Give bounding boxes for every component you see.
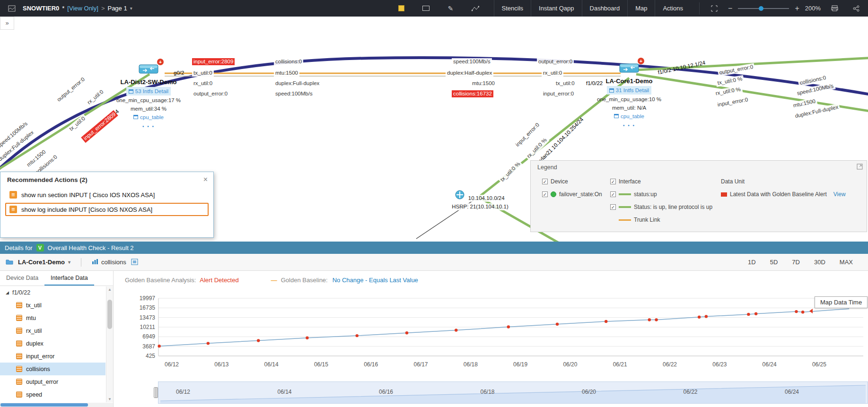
link-label: speed:100Mb/s [452,58,492,65]
svg-text:06/19: 06/19 [513,361,527,368]
menu-instant-qapp[interactable]: Instant Qapp [531,0,581,17]
scroll-up-icon[interactable]: ▲ [106,287,113,292]
status-up-swatch [619,193,631,195]
field-item-mtu[interactable]: mtu [0,312,105,324]
tab-device-data[interactable]: Device Data [0,271,44,286]
range-30d[interactable]: 30D [814,259,825,266]
device-node-la-core1[interactable]: + LA-Core1-Demo 31 Intfs Detail one_min_… [572,61,686,130]
chevron-down-icon: ▾ [68,260,70,265]
alert-badge-icon[interactable]: + [157,59,164,65]
path-icon[interactable] [469,2,482,15]
scrollbar-thumb[interactable] [107,300,112,329]
checkbox[interactable]: ✓ [610,191,616,197]
fit-screen-icon[interactable] [708,2,720,15]
pencil-icon[interactable]: ✎ [445,2,457,15]
table-icon [614,114,619,118]
menu-stencils[interactable]: Stencils [494,0,531,17]
legend-data-unit-column: Data Unit Latest Data with Golden Baseli… [721,178,846,198]
more-options-icon[interactable]: • • • [572,121,686,130]
legend-device-column: ✓Device ✓failover_state:On [542,178,602,198]
map-data-time-marker [809,309,813,313]
recommended-actions-panel: Recommended Actions (2) × ≣show run sect… [0,172,214,238]
svg-text:06/22: 06/22 [663,361,677,368]
svg-text:06/12: 06/12 [165,361,179,368]
svg-text:13473: 13473 [140,314,156,321]
view-link[interactable]: View [833,191,846,198]
navigator-left-handle[interactable] [154,387,158,398]
share-icon[interactable] [850,2,862,15]
note-icon[interactable] [395,2,408,15]
chart-icon [92,259,98,266]
field-item-collisions[interactable]: collisions [0,363,105,375]
data-tree-pane: Device Data Interface Data ◢ f1/0/22 tx_… [0,271,114,407]
menu-map[interactable]: Map [627,0,655,17]
svg-text:425: 425 [146,353,155,359]
recommended-action-item[interactable]: ≣show run section INPUT [ Cisco IOS NXOS… [5,188,209,201]
range-max[interactable]: MAX [840,259,853,266]
page-selector[interactable]: Page 1 [107,5,127,12]
scroll-down-icon[interactable]: ▼ [106,397,113,401]
range-7d[interactable]: 7D [792,259,800,266]
svg-text:16735: 16735 [140,304,156,311]
tree-scrollbar[interactable]: ▲ ▼ [106,286,113,402]
zoom-slider-knob[interactable] [759,6,763,11]
field-label: mtu [26,315,36,321]
subnet-label: 10.104.10.0/24 [467,195,506,202]
tab-interface-data[interactable]: Interface Data [44,271,94,286]
range-1d[interactable]: 1D [748,259,756,266]
baseline-row: Golden Baseline Analysis: Alert Detected… [125,277,418,284]
zoom-out-button[interactable]: − [728,5,732,12]
qapp-badge-icon: V [36,244,44,251]
trunk-link-swatch [619,219,631,221]
device-selector[interactable]: LA-Core1-Demo ▾ [18,259,70,266]
recommended-action-item[interactable]: ≣show log include INPUT [Cisco IOS NXOS … [5,203,209,216]
shape-icon[interactable] [420,2,432,15]
chevron-down-icon[interactable]: ▾ [130,6,132,11]
field-item-rx_util[interactable]: rx_util [0,324,105,337]
field-item-speed[interactable]: speed [0,388,105,401]
zoom-slider[interactable] [738,8,789,9]
intfs-detail-link[interactable]: 31 Intfs Detail [607,86,651,95]
export-icon[interactable] [828,2,841,15]
cpu-table-link[interactable]: cpu_table [133,113,164,121]
tree-hscrollbar[interactable] [0,403,113,407]
interface-group[interactable]: ◢ f1/0/22 [0,286,105,299]
expand-icon[interactable] [857,164,863,171]
table-icon [609,88,614,93]
hscrollbar-thumb[interactable] [0,403,88,407]
collapse-arrow-icon[interactable]: ◢ [6,290,9,295]
range-5d[interactable]: 5D [770,259,778,266]
zoom-in-button[interactable]: + [795,5,799,12]
field-list: tx_utilmturx_utilduplexinput_errorcollis… [0,299,105,401]
field-label: collisions [26,366,50,372]
cpu-table-link[interactable]: cpu_table [614,112,644,121]
more-options-icon[interactable]: • • • [92,122,205,131]
navigator-date-label: 06/12 [176,389,190,395]
checkbox[interactable]: ✓ [542,191,548,197]
field-item-duplex[interactable]: duplex [0,337,105,350]
map-icon[interactable] [6,2,18,15]
collisions-chart[interactable]: 425368769491021113473167351999706/1206/1… [114,271,868,372]
checkbox[interactable]: ✓ [542,179,548,184]
close-icon[interactable]: × [203,175,208,184]
alert-badge-icon[interactable]: + [638,58,644,64]
view-only-badge[interactable]: [View Only] [67,5,98,12]
intfs-detail-link[interactable]: 53 Intfs Detail [126,87,171,95]
expand-sidebar-button[interactable]: » [0,17,14,30]
network-map[interactable]: » input_error:2809tx_util:0rx_util:0outp… [0,17,868,242]
field-item-tx_util[interactable]: tx_util [0,299,105,312]
device-node-la-dist2[interactable]: + LA-Dist2-SW-Demo 53 Intfs Detail one_m… [92,62,205,131]
menu-actions[interactable]: Actions [655,0,691,17]
hsrp-node[interactable]: 10.104.10.0/24 HSRP: 21(10.104.10.1) [440,190,520,210]
popout-icon[interactable] [131,258,139,267]
map-data-time-box[interactable]: Map Data Time [815,296,868,308]
table-icon [133,115,138,119]
device-name[interactable]: LA-Dist2-SW-Demo [92,78,205,86]
checkbox[interactable]: ✓ [610,204,616,210]
device-name[interactable]: LA-Core1-Demo [572,78,686,85]
checkbox[interactable]: ✓ [610,179,616,184]
menu-dashboard[interactable]: Dashboard [582,0,628,17]
field-item-output_error[interactable]: output_error [0,375,105,388]
timeline-navigator[interactable]: 06/1206/1406/1606/1806/2006/2206/24 [158,381,868,404]
field-item-input_error[interactable]: input_error [0,350,105,363]
